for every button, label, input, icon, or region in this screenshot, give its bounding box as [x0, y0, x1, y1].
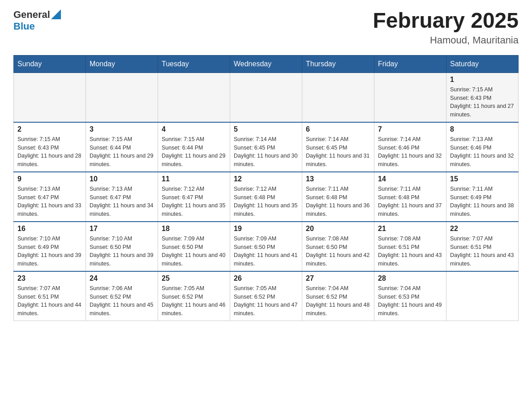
calendar-cell: 18Sunrise: 7:09 AMSunset: 6:50 PMDayligh…	[158, 222, 230, 271]
day-number: 25	[162, 274, 226, 283]
calendar-cell: 9Sunrise: 7:13 AMSunset: 6:47 PMDaylight…	[14, 172, 86, 222]
calendar-cell: 25Sunrise: 7:05 AMSunset: 6:52 PMDayligh…	[158, 271, 230, 321]
weekday-header-monday: Monday	[86, 55, 158, 73]
logo-blue-text: Blue	[13, 21, 35, 32]
week-row-1: 1Sunrise: 7:15 AMSunset: 6:43 PMDaylight…	[14, 73, 519, 122]
weekday-header-wednesday: Wednesday	[230, 55, 302, 73]
calendar-cell: 26Sunrise: 7:05 AMSunset: 6:52 PMDayligh…	[230, 271, 302, 321]
day-number: 16	[17, 225, 82, 233]
day-number: 28	[378, 274, 442, 283]
day-info: Sunrise: 7:14 AMSunset: 6:45 PMDaylight:…	[306, 135, 370, 169]
logo-triangle-icon	[51, 9, 61, 19]
day-number: 4	[162, 125, 226, 133]
calendar-cell: 28Sunrise: 7:04 AMSunset: 6:53 PMDayligh…	[374, 271, 446, 321]
calendar-cell: 8Sunrise: 7:13 AMSunset: 6:46 PMDaylight…	[446, 122, 519, 172]
calendar-cell: 19Sunrise: 7:09 AMSunset: 6:50 PMDayligh…	[230, 222, 302, 271]
month-title: February 2025	[373, 9, 519, 33]
day-number: 14	[378, 175, 442, 183]
day-info: Sunrise: 7:04 AMSunset: 6:53 PMDaylight:…	[378, 284, 442, 318]
calendar-cell: 13Sunrise: 7:11 AMSunset: 6:48 PMDayligh…	[302, 172, 374, 222]
calendar-cell	[374, 73, 446, 122]
day-number: 7	[378, 125, 442, 133]
week-row-2: 2Sunrise: 7:15 AMSunset: 6:43 PMDaylight…	[14, 122, 519, 172]
calendar-table: SundayMondayTuesdayWednesdayThursdayFrid…	[13, 55, 519, 321]
day-number: 12	[234, 175, 298, 183]
calendar-cell: 10Sunrise: 7:13 AMSunset: 6:47 PMDayligh…	[86, 172, 158, 222]
calendar-cell	[302, 73, 374, 122]
day-info: Sunrise: 7:04 AMSunset: 6:52 PMDaylight:…	[306, 284, 370, 318]
calendar-cell	[230, 73, 302, 122]
day-number: 27	[306, 274, 370, 283]
calendar-cell: 20Sunrise: 7:08 AMSunset: 6:50 PMDayligh…	[302, 222, 374, 271]
calendar-cell: 14Sunrise: 7:11 AMSunset: 6:48 PMDayligh…	[374, 172, 446, 222]
calendar-cell: 7Sunrise: 7:14 AMSunset: 6:46 PMDaylight…	[374, 122, 446, 172]
week-row-5: 23Sunrise: 7:07 AMSunset: 6:51 PMDayligh…	[14, 271, 519, 321]
day-number: 6	[306, 125, 370, 133]
week-row-4: 16Sunrise: 7:10 AMSunset: 6:49 PMDayligh…	[14, 222, 519, 271]
day-info: Sunrise: 7:14 AMSunset: 6:45 PMDaylight:…	[234, 135, 298, 169]
day-number: 9	[17, 175, 82, 183]
day-info: Sunrise: 7:15 AMSunset: 6:43 PMDaylight:…	[17, 135, 82, 169]
calendar-cell: 22Sunrise: 7:07 AMSunset: 6:51 PMDayligh…	[446, 222, 519, 271]
calendar-cell: 23Sunrise: 7:07 AMSunset: 6:51 PMDayligh…	[14, 271, 86, 321]
calendar-cell: 2Sunrise: 7:15 AMSunset: 6:43 PMDaylight…	[14, 122, 86, 172]
day-number: 10	[90, 175, 154, 183]
day-info: Sunrise: 7:15 AMSunset: 6:43 PMDaylight:…	[450, 86, 515, 119]
svg-marker-0	[51, 9, 61, 19]
day-number: 17	[90, 225, 154, 233]
logo-general-text: General	[13, 9, 50, 21]
day-info: Sunrise: 7:13 AMSunset: 6:46 PMDaylight:…	[450, 135, 515, 169]
calendar-cell	[86, 73, 158, 122]
day-info: Sunrise: 7:12 AMSunset: 6:47 PMDaylight:…	[162, 185, 226, 218]
calendar-cell: 1Sunrise: 7:15 AMSunset: 6:43 PMDaylight…	[446, 73, 519, 122]
day-info: Sunrise: 7:15 AMSunset: 6:44 PMDaylight:…	[90, 135, 154, 169]
calendar-cell: 16Sunrise: 7:10 AMSunset: 6:49 PMDayligh…	[14, 222, 86, 271]
day-info: Sunrise: 7:07 AMSunset: 6:51 PMDaylight:…	[450, 235, 515, 268]
calendar-cell: 3Sunrise: 7:15 AMSunset: 6:44 PMDaylight…	[86, 122, 158, 172]
day-info: Sunrise: 7:05 AMSunset: 6:52 PMDaylight:…	[162, 284, 226, 318]
day-number: 18	[162, 225, 226, 233]
day-info: Sunrise: 7:12 AMSunset: 6:48 PMDaylight:…	[234, 185, 298, 218]
day-info: Sunrise: 7:11 AMSunset: 6:49 PMDaylight:…	[450, 185, 515, 218]
calendar-cell: 5Sunrise: 7:14 AMSunset: 6:45 PMDaylight…	[230, 122, 302, 172]
day-number: 11	[162, 175, 226, 183]
calendar-cell: 4Sunrise: 7:15 AMSunset: 6:44 PMDaylight…	[158, 122, 230, 172]
day-info: Sunrise: 7:13 AMSunset: 6:47 PMDaylight:…	[90, 185, 154, 218]
calendar-cell: 21Sunrise: 7:08 AMSunset: 6:51 PMDayligh…	[374, 222, 446, 271]
day-number: 13	[306, 175, 370, 183]
calendar-cell	[446, 271, 519, 321]
weekday-header-row: SundayMondayTuesdayWednesdayThursdayFrid…	[14, 55, 519, 73]
calendar-cell	[158, 73, 230, 122]
day-number: 15	[450, 175, 515, 183]
calendar-cell: 6Sunrise: 7:14 AMSunset: 6:45 PMDaylight…	[302, 122, 374, 172]
day-number: 21	[378, 225, 442, 233]
day-info: Sunrise: 7:07 AMSunset: 6:51 PMDaylight:…	[17, 284, 82, 318]
day-info: Sunrise: 7:10 AMSunset: 6:49 PMDaylight:…	[17, 235, 82, 268]
day-info: Sunrise: 7:11 AMSunset: 6:48 PMDaylight:…	[378, 185, 442, 218]
day-number: 3	[90, 125, 154, 133]
calendar-cell: 27Sunrise: 7:04 AMSunset: 6:52 PMDayligh…	[302, 271, 374, 321]
day-number: 19	[234, 225, 298, 233]
logo: General Blue	[13, 9, 61, 32]
calendar-cell: 15Sunrise: 7:11 AMSunset: 6:49 PMDayligh…	[446, 172, 519, 222]
calendar-cell: 11Sunrise: 7:12 AMSunset: 6:47 PMDayligh…	[158, 172, 230, 222]
title-area: February 2025 Hamoud, Mauritania	[373, 9, 519, 46]
calendar-cell: 17Sunrise: 7:10 AMSunset: 6:50 PMDayligh…	[86, 222, 158, 271]
day-info: Sunrise: 7:14 AMSunset: 6:46 PMDaylight:…	[378, 135, 442, 169]
day-info: Sunrise: 7:06 AMSunset: 6:52 PMDaylight:…	[90, 284, 154, 318]
day-number: 23	[17, 274, 82, 283]
weekday-header-sunday: Sunday	[14, 55, 86, 73]
day-info: Sunrise: 7:08 AMSunset: 6:51 PMDaylight:…	[378, 235, 442, 268]
calendar-cell: 24Sunrise: 7:06 AMSunset: 6:52 PMDayligh…	[86, 271, 158, 321]
day-number: 26	[234, 274, 298, 283]
day-info: Sunrise: 7:08 AMSunset: 6:50 PMDaylight:…	[306, 235, 370, 268]
calendar-cell: 12Sunrise: 7:12 AMSunset: 6:48 PMDayligh…	[230, 172, 302, 222]
day-info: Sunrise: 7:05 AMSunset: 6:52 PMDaylight:…	[234, 284, 298, 318]
weekday-header-thursday: Thursday	[302, 55, 374, 73]
day-info: Sunrise: 7:11 AMSunset: 6:48 PMDaylight:…	[306, 185, 370, 218]
day-number: 2	[17, 125, 82, 133]
page-header: General Blue February 2025 Hamoud, Mauri…	[13, 9, 519, 46]
day-info: Sunrise: 7:10 AMSunset: 6:50 PMDaylight:…	[90, 235, 154, 268]
weekday-header-saturday: Saturday	[446, 55, 519, 73]
day-number: 22	[450, 225, 515, 233]
